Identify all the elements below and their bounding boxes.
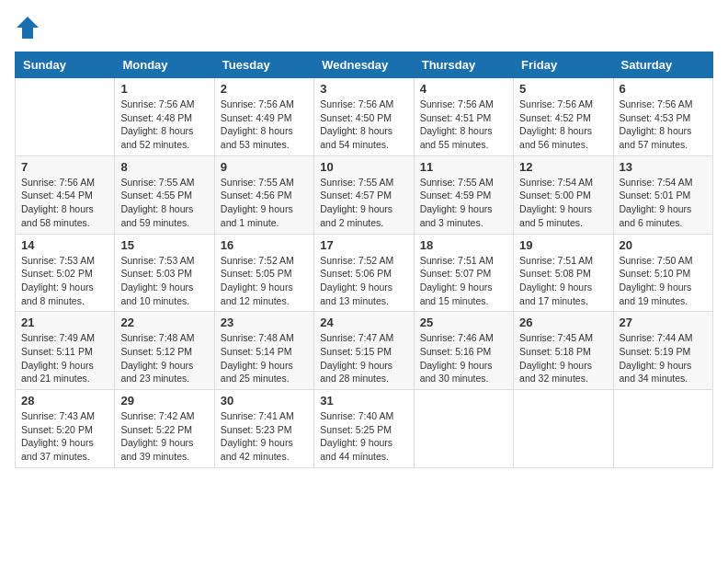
day-info: Sunrise: 7:51 AM Sunset: 5:07 PM Dayligh… xyxy=(420,254,507,308)
calendar-cell: 20Sunrise: 7:50 AM Sunset: 5:10 PM Dayli… xyxy=(613,234,712,312)
day-number: 18 xyxy=(420,238,507,252)
calendar-cell xyxy=(514,390,613,468)
calendar-cell: 23Sunrise: 7:48 AM Sunset: 5:14 PM Dayli… xyxy=(214,312,313,390)
day-info: Sunrise: 7:56 AM Sunset: 4:54 PM Dayligh… xyxy=(21,176,108,230)
dow-header: Friday xyxy=(514,52,613,78)
day-number: 21 xyxy=(21,316,108,329)
day-number: 15 xyxy=(120,238,208,252)
day-info: Sunrise: 7:48 AM Sunset: 5:12 PM Dayligh… xyxy=(120,331,208,385)
day-number: 4 xyxy=(420,82,507,96)
day-info: Sunrise: 7:56 AM Sunset: 4:48 PM Dayligh… xyxy=(120,98,208,152)
calendar-week-row: 1Sunrise: 7:56 AM Sunset: 4:48 PM Daylig… xyxy=(16,78,713,156)
svg-marker-0 xyxy=(17,17,39,39)
day-number: 25 xyxy=(420,316,507,329)
day-number: 24 xyxy=(320,316,407,329)
day-number: 30 xyxy=(221,394,308,408)
day-number: 3 xyxy=(320,82,407,96)
days-of-week-row: SundayMondayTuesdayWednesdayThursdayFrid… xyxy=(16,52,713,78)
calendar-cell: 15Sunrise: 7:53 AM Sunset: 5:03 PM Dayli… xyxy=(115,234,214,312)
calendar-cell xyxy=(613,390,712,468)
day-number: 29 xyxy=(120,394,208,408)
calendar-table: SundayMondayTuesdayWednesdayThursdayFrid… xyxy=(15,52,713,468)
calendar-week-row: 7Sunrise: 7:56 AM Sunset: 4:54 PM Daylig… xyxy=(16,155,713,234)
calendar-cell: 19Sunrise: 7:51 AM Sunset: 5:08 PM Dayli… xyxy=(514,234,613,312)
calendar-cell: 14Sunrise: 7:53 AM Sunset: 5:02 PM Dayli… xyxy=(16,234,115,312)
day-number: 2 xyxy=(221,82,308,96)
page-header xyxy=(15,15,713,40)
day-number: 13 xyxy=(620,160,707,174)
calendar-cell: 28Sunrise: 7:43 AM Sunset: 5:20 PM Dayli… xyxy=(16,390,115,468)
calendar-cell: 9Sunrise: 7:55 AM Sunset: 4:56 PM Daylig… xyxy=(214,155,313,234)
day-info: Sunrise: 7:56 AM Sunset: 4:53 PM Dayligh… xyxy=(620,98,707,152)
day-number: 5 xyxy=(519,82,607,96)
day-number: 31 xyxy=(320,394,407,408)
day-info: Sunrise: 7:46 AM Sunset: 5:16 PM Dayligh… xyxy=(420,331,507,385)
day-number: 7 xyxy=(21,160,108,174)
day-info: Sunrise: 7:56 AM Sunset: 4:51 PM Dayligh… xyxy=(420,98,507,152)
dow-header: Tuesday xyxy=(214,52,313,78)
calendar-cell: 18Sunrise: 7:51 AM Sunset: 5:07 PM Dayli… xyxy=(414,234,513,312)
day-info: Sunrise: 7:54 AM Sunset: 5:00 PM Dayligh… xyxy=(519,176,607,230)
day-number: 27 xyxy=(620,316,707,329)
day-info: Sunrise: 7:51 AM Sunset: 5:08 PM Dayligh… xyxy=(519,254,607,308)
calendar-week-row: 28Sunrise: 7:43 AM Sunset: 5:20 PM Dayli… xyxy=(16,390,713,468)
calendar-cell: 30Sunrise: 7:41 AM Sunset: 5:23 PM Dayli… xyxy=(214,390,313,468)
calendar-cell xyxy=(16,78,115,156)
day-info: Sunrise: 7:53 AM Sunset: 5:02 PM Dayligh… xyxy=(21,254,108,308)
day-number: 11 xyxy=(420,160,507,174)
calendar-cell: 3Sunrise: 7:56 AM Sunset: 4:50 PM Daylig… xyxy=(314,78,414,156)
day-info: Sunrise: 7:52 AM Sunset: 5:06 PM Dayligh… xyxy=(320,254,407,308)
day-number: 1 xyxy=(120,82,208,96)
calendar-cell: 27Sunrise: 7:44 AM Sunset: 5:19 PM Dayli… xyxy=(613,312,712,390)
day-number: 12 xyxy=(519,160,607,174)
calendar-week-row: 21Sunrise: 7:49 AM Sunset: 5:11 PM Dayli… xyxy=(16,312,713,390)
calendar-cell: 17Sunrise: 7:52 AM Sunset: 5:06 PM Dayli… xyxy=(314,234,414,312)
day-info: Sunrise: 7:50 AM Sunset: 5:10 PM Dayligh… xyxy=(620,254,707,308)
day-number: 17 xyxy=(320,238,407,252)
calendar-cell: 2Sunrise: 7:56 AM Sunset: 4:49 PM Daylig… xyxy=(214,78,313,156)
day-info: Sunrise: 7:56 AM Sunset: 4:50 PM Dayligh… xyxy=(320,98,407,152)
calendar-cell: 13Sunrise: 7:54 AM Sunset: 5:01 PM Dayli… xyxy=(613,155,712,234)
calendar-cell: 10Sunrise: 7:55 AM Sunset: 4:57 PM Dayli… xyxy=(314,155,414,234)
day-number: 19 xyxy=(519,238,607,252)
day-number: 9 xyxy=(221,160,308,174)
day-number: 14 xyxy=(21,238,108,252)
day-info: Sunrise: 7:41 AM Sunset: 5:23 PM Dayligh… xyxy=(221,409,308,464)
day-info: Sunrise: 7:48 AM Sunset: 5:14 PM Dayligh… xyxy=(221,331,308,385)
day-number: 23 xyxy=(221,316,308,329)
day-info: Sunrise: 7:44 AM Sunset: 5:19 PM Dayligh… xyxy=(620,331,707,385)
dow-header: Monday xyxy=(115,52,214,78)
calendar-cell: 5Sunrise: 7:56 AM Sunset: 4:52 PM Daylig… xyxy=(514,78,613,156)
day-number: 26 xyxy=(519,316,607,329)
calendar-cell: 31Sunrise: 7:40 AM Sunset: 5:25 PM Dayli… xyxy=(314,390,414,468)
calendar-cell: 6Sunrise: 7:56 AM Sunset: 4:53 PM Daylig… xyxy=(613,78,712,156)
day-info: Sunrise: 7:49 AM Sunset: 5:11 PM Dayligh… xyxy=(21,331,108,385)
dow-header: Saturday xyxy=(613,52,712,78)
calendar-cell: 1Sunrise: 7:56 AM Sunset: 4:48 PM Daylig… xyxy=(115,78,214,156)
calendar-cell: 16Sunrise: 7:52 AM Sunset: 5:05 PM Dayli… xyxy=(214,234,313,312)
calendar-cell: 21Sunrise: 7:49 AM Sunset: 5:11 PM Dayli… xyxy=(16,312,115,390)
day-number: 8 xyxy=(120,160,208,174)
calendar-body: 1Sunrise: 7:56 AM Sunset: 4:48 PM Daylig… xyxy=(16,78,713,468)
day-info: Sunrise: 7:47 AM Sunset: 5:15 PM Dayligh… xyxy=(320,331,407,385)
calendar-cell xyxy=(414,390,513,468)
day-info: Sunrise: 7:53 AM Sunset: 5:03 PM Dayligh… xyxy=(120,254,208,308)
calendar-cell: 12Sunrise: 7:54 AM Sunset: 5:00 PM Dayli… xyxy=(514,155,613,234)
calendar-cell: 26Sunrise: 7:45 AM Sunset: 5:18 PM Dayli… xyxy=(514,312,613,390)
calendar-cell: 22Sunrise: 7:48 AM Sunset: 5:12 PM Dayli… xyxy=(115,312,214,390)
day-info: Sunrise: 7:40 AM Sunset: 5:25 PM Dayligh… xyxy=(320,409,407,464)
calendar-cell: 29Sunrise: 7:42 AM Sunset: 5:22 PM Dayli… xyxy=(115,390,214,468)
dow-header: Sunday xyxy=(16,52,115,78)
logo-icon xyxy=(15,15,40,40)
dow-header: Thursday xyxy=(414,52,513,78)
day-info: Sunrise: 7:55 AM Sunset: 4:56 PM Dayligh… xyxy=(221,176,308,230)
logo xyxy=(15,15,44,40)
calendar-cell: 11Sunrise: 7:55 AM Sunset: 4:59 PM Dayli… xyxy=(414,155,513,234)
day-number: 16 xyxy=(221,238,308,252)
day-number: 6 xyxy=(620,82,707,96)
calendar-cell: 25Sunrise: 7:46 AM Sunset: 5:16 PM Dayli… xyxy=(414,312,513,390)
dow-header: Wednesday xyxy=(314,52,414,78)
day-info: Sunrise: 7:56 AM Sunset: 4:49 PM Dayligh… xyxy=(221,98,308,152)
day-number: 20 xyxy=(620,238,707,252)
day-info: Sunrise: 7:56 AM Sunset: 4:52 PM Dayligh… xyxy=(519,98,607,152)
